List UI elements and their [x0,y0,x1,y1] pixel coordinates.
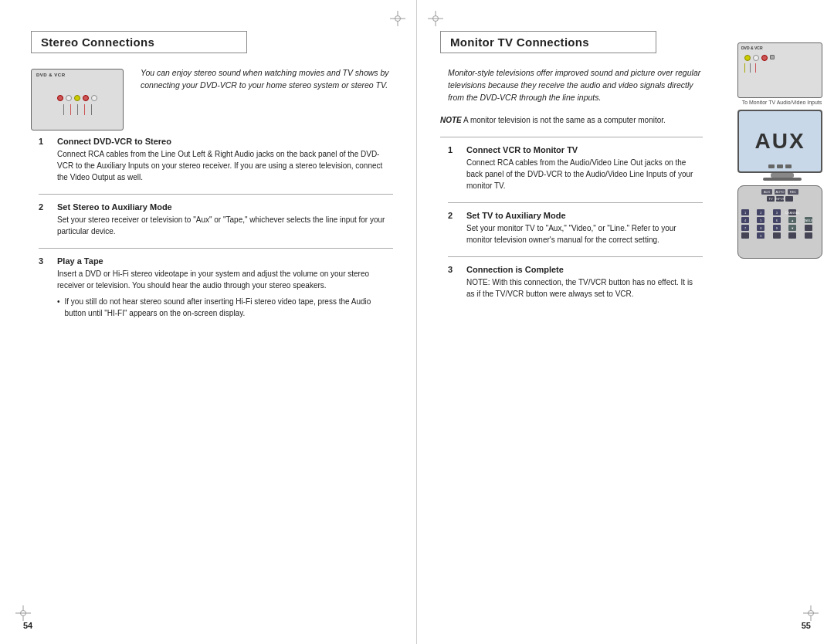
right-step-3: 3 Connection is Complete NOTE: With this… [448,265,703,300]
monitor-tv-back: DVD & VCR To Monitor TV Audio/Video Inpu… [737,42,826,105]
note-text-content: A monitor television is not the same as … [463,116,666,124]
crosshair-top-left-right [428,11,443,26]
note-label: NOTE [440,116,462,124]
right-step-1-desc: Connect RCA cables from the Audio/Video … [466,157,703,192]
right-content: Monitor-style televisions offer improved… [440,67,703,300]
right-note: NOTE A monitor television is not the sam… [440,114,703,126]
right-step-3-title: Connection is Complete [466,265,703,274]
aux-display: AUX [754,129,805,154]
left-step-2-title: Set Stereo to Auxiliary Mode [57,202,393,212]
right-page-number: 55 [802,621,811,630]
right-page: DVD & VCR To Monitor TV Audio/Video Inpu… [417,0,834,644]
right-step-2-desc: Set your monitor TV to "Aux," "Video," o… [466,222,703,246]
page-container: 00090A DVD-V85K/XTC-Eng4 9/17/02 11:37 A… [0,0,834,644]
left-page: Stereo Connections DVD & VCR [0,0,417,644]
note-divider [440,137,703,137]
left-step-3-desc: Insert a DVD or Hi-Fi stereo videotape i… [57,268,393,291]
left-section-title: Stereo Connections [31,31,247,53]
left-intro-area: DVD & VCR [31,67,393,137]
right-intro-text: Monitor-style televisions offer improved… [440,67,703,103]
right-step-2-title: Set TV to Auxiliary Mode [466,211,703,220]
divider-2 [39,248,393,249]
crosshair-bottom-right [803,605,819,621]
left-step-1-title: Connect DVD-VCR to Stereo [57,137,393,146]
remote-control: AUX AUTO REC TV INPUT 1 2 3 CHANNEL 4 5 … [737,185,822,259]
right-step-3-desc: NOTE: With this connection, the TV/VCR b… [466,276,703,300]
left-step-2-desc: Set your stereo receiver or television t… [57,214,393,237]
left-page-number: 54 [23,621,32,630]
left-step-1-desc: Connect RCA cables from the Line Out Lef… [57,148,393,183]
right-step-2: 2 Set TV to Auxiliary Mode Set your moni… [448,211,703,246]
right-device-images: DVD & VCR To Monitor TV Audio/Video Inpu… [737,42,826,259]
left-steps: 1 Connect DVD-VCR to Stereo Connect RCA … [39,137,393,319]
left-step-3: 3 Play a Tape Insert a DVD or Hi-Fi ster… [39,256,393,319]
right-steps: 1 Connect VCR to Monitor TV Connect RCA … [448,145,703,300]
divider-1 [39,194,393,195]
right-step-1-title: Connect VCR to Monitor TV [466,145,703,154]
right-section-title: Monitor TV Connections [440,31,656,53]
right-divider-1 [448,202,703,203]
monitor-caption: To Monitor TV Audio/Video Inputs [737,100,826,105]
right-divider-2 [448,256,703,257]
dvd-vcr-image: DVD & VCR [31,69,131,130]
crosshair-bottom-left [15,605,31,621]
monitor-tv-screen-container: AUX [737,110,826,181]
crosshair-top-right [390,11,405,26]
left-step-1: 1 Connect DVD-VCR to Stereo Connect RCA … [39,137,393,183]
left-step-3-title: Play a Tape [57,256,393,266]
right-step-1: 1 Connect VCR to Monitor TV Connect RCA … [448,145,703,192]
left-step-2: 2 Set Stereo to Auxiliary Mode Set your … [39,202,393,237]
left-step-3-bullet: • If you still do not hear stereo sound … [57,296,393,319]
